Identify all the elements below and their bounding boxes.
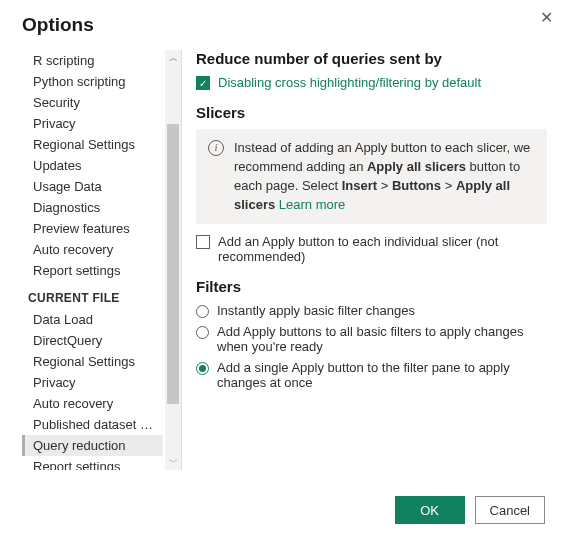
options-dialog: ✕ Options R scripting Python scripting S…: [0, 0, 565, 542]
sidebar-item-query-reduction[interactable]: Query reduction: [22, 435, 163, 456]
sidebar-scrollbar[interactable]: ︿ ﹀: [165, 50, 181, 470]
scroll-track[interactable]: [165, 66, 181, 454]
radio-instant-apply[interactable]: [196, 305, 209, 318]
sidebar-item[interactable]: Auto recovery: [22, 239, 163, 260]
sidebar-item[interactable]: DirectQuery: [22, 330, 163, 351]
radio-label: Add Apply buttons to all basic filters t…: [217, 324, 547, 354]
sidebar-item[interactable]: Data Load: [22, 309, 163, 330]
radio-label: Instantly apply basic filter changes: [217, 303, 415, 318]
info-icon: i: [208, 140, 224, 156]
radio-single-apply[interactable]: [196, 362, 209, 375]
scroll-thumb[interactable]: [167, 124, 179, 403]
sidebar-item[interactable]: Report settings: [22, 260, 163, 281]
sidebar-item[interactable]: Published dataset set...: [22, 414, 163, 435]
sidebar-item[interactable]: Regional Settings: [22, 351, 163, 372]
cancel-button[interactable]: Cancel: [475, 496, 545, 524]
scroll-up-icon[interactable]: ︿: [165, 50, 181, 66]
sidebar-item[interactable]: Privacy: [22, 372, 163, 393]
scroll-down-icon[interactable]: ﹀: [165, 454, 181, 470]
radio-apply-buttons-all[interactable]: [196, 326, 209, 339]
ok-button[interactable]: OK: [395, 496, 465, 524]
content-pane: Reduce number of queries sent by ✓ Disab…: [182, 50, 551, 470]
section-heading: Reduce number of queries sent by: [196, 50, 547, 67]
filters-heading: Filters: [196, 278, 547, 295]
sidebar-item[interactable]: Diagnostics: [22, 197, 163, 218]
sidebar-item[interactable]: Report settings: [22, 456, 163, 470]
sidebar-item[interactable]: Privacy: [22, 113, 163, 134]
sidebar-item[interactable]: Usage Data: [22, 176, 163, 197]
dialog-buttons: OK Cancel: [395, 496, 545, 524]
checkbox-apply-each-slicer[interactable]: [196, 235, 210, 249]
learn-more-link[interactable]: Learn more: [279, 197, 345, 212]
sidebar-list: R scripting Python scripting Security Pr…: [22, 50, 165, 470]
sidebar: R scripting Python scripting Security Pr…: [22, 50, 182, 470]
sidebar-item[interactable]: R scripting: [22, 50, 163, 71]
sidebar-item[interactable]: Python scripting: [22, 71, 163, 92]
slicers-heading: Slicers: [196, 104, 547, 121]
sidebar-section-header: CURRENT FILE: [22, 281, 163, 309]
sidebar-item[interactable]: Preview features: [22, 218, 163, 239]
checkbox-label: Disabling cross highlighting/filtering b…: [218, 75, 481, 90]
sidebar-item[interactable]: Regional Settings: [22, 134, 163, 155]
radio-label: Add a single Apply button to the filter …: [217, 360, 547, 390]
info-text: Instead of adding an Apply button to eac…: [234, 139, 535, 214]
info-panel: i Instead of adding an Apply button to e…: [196, 129, 547, 224]
checkbox-disable-cross-highlight[interactable]: ✓: [196, 76, 210, 90]
sidebar-item[interactable]: Auto recovery: [22, 393, 163, 414]
checkbox-label: Add an Apply button to each individual s…: [218, 234, 547, 264]
sidebar-item[interactable]: Updates: [22, 155, 163, 176]
dialog-title: Options: [22, 14, 551, 36]
close-icon[interactable]: ✕: [540, 8, 553, 27]
sidebar-item[interactable]: Security: [22, 92, 163, 113]
